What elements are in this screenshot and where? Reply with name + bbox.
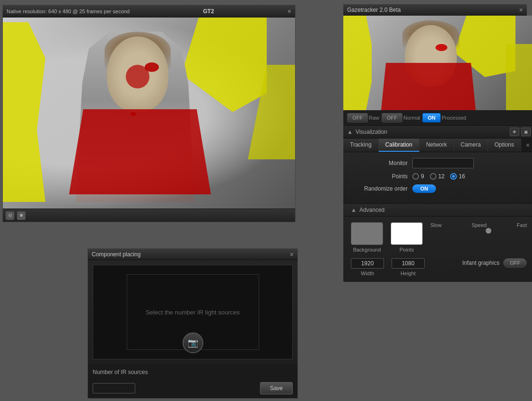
component-placing-window: Component placing × Select the number IR… <box>87 248 298 399</box>
tabs-row: Tracking Calibration Network Camera Opti… <box>343 139 532 152</box>
gt2-window: Native resolution: 640 x 480 @ 25 frames… <box>2 5 296 222</box>
gt2-camera-view <box>3 17 295 209</box>
raw-toggle-button[interactable]: OFF <box>347 113 368 122</box>
points-12-label: 12 <box>438 173 445 180</box>
randomize-label: Randomize order <box>351 185 408 192</box>
speed-container: Slow Speed Fast <box>430 222 527 230</box>
gt2-toolbar: ⚙ ✱ <box>3 209 295 222</box>
gt-cam-red-dot <box>436 44 447 51</box>
camera-scene <box>3 17 295 209</box>
toolbar-settings-icon[interactable]: ⚙ <box>6 211 14 220</box>
gazetracker-main: OFF Raw OFF Normal ON Processed ▲ Visual… <box>343 16 532 282</box>
height-label: Height <box>401 270 416 276</box>
dimensions-row: Width Height Infant graphics OFF <box>351 258 527 276</box>
save-button[interactable]: Save <box>260 382 293 394</box>
toolbar-eye-icon[interactable]: ✱ <box>17 211 26 220</box>
randomize-toggle-button[interactable]: ON <box>412 184 436 193</box>
ir-sources-label: Number of IR sources <box>93 369 293 375</box>
component-placing-title: Component placing <box>92 251 140 258</box>
viz-screen-icon[interactable]: ▣ <box>521 128 531 136</box>
monitor-row: Monitor <box>351 158 527 168</box>
monitor-input[interactable] <box>412 158 474 168</box>
points-radio-group: 9 12 16 <box>412 173 465 180</box>
infant-row: Infant graphics OFF <box>462 258 527 268</box>
advanced-label: Advanced <box>359 207 384 213</box>
component-placing-close-button[interactable]: × <box>290 251 294 258</box>
points-row: Points 9 12 1 <box>351 173 527 180</box>
processed-toggle-label: Processed <box>442 115 466 121</box>
tabs-close-button[interactable]: × <box>521 139 532 152</box>
points-swatch-label: Points <box>400 247 414 253</box>
tab-options[interactable]: Options <box>488 139 521 152</box>
gazetracker-close-button[interactable]: × <box>519 7 523 13</box>
visualization-right-icons: ✤ ▣ <box>510 128 531 136</box>
viz-person-icon[interactable]: ✤ <box>510 128 519 136</box>
infant-graphics-label: Infant graphics <box>462 260 499 266</box>
component-preview-area: Select the number IR light sources 📷 <box>93 265 293 359</box>
advanced-row: ▲ Advanced <box>343 203 532 217</box>
component-placing-content: Select the number IR light sources 📷 <box>88 260 297 364</box>
visualization-chevron-icon[interactable]: ▲ <box>347 129 353 135</box>
ir-sources-section: Number of IR sources <box>88 364 297 375</box>
tabs-panel: Tracking Calibration Network Camera Opti… <box>343 138 532 282</box>
gazetracker-body: OFF Raw OFF Normal ON Processed ▲ Visual… <box>343 16 527 282</box>
tab-camera[interactable]: Camera <box>454 139 488 152</box>
tab-tracking[interactable]: Tracking <box>343 139 379 152</box>
speed-slider-thumb[interactable] <box>486 228 491 234</box>
tab-network[interactable]: Network <box>419 139 454 152</box>
gazetracker-titlebar: Gazetracker 2.0 Beta × <box>343 4 527 16</box>
points-12-item[interactable]: 12 <box>430 173 445 180</box>
yellow-area-left <box>3 22 45 202</box>
points-9-label: 9 <box>421 173 424 180</box>
points-label: Points <box>351 173 408 180</box>
randomize-row: Randomize order ON <box>351 184 527 193</box>
points-16-label: 16 <box>459 173 465 180</box>
speed-row: Slow Speed Fast <box>430 222 527 228</box>
red-area-clothing <box>69 109 211 194</box>
speed-center-label: Speed <box>445 222 514 228</box>
gt-visualization-bar: ▲ Visualization ✤ ▣ <box>343 125 532 138</box>
gt-camera-preview <box>343 16 532 110</box>
points-16-radio[interactable] <box>450 173 457 180</box>
infant-graphics-toggle[interactable]: OFF <box>503 258 527 268</box>
background-swatch-label: Background <box>353 247 381 253</box>
red-area-shoulder <box>126 65 149 88</box>
color-row: Background Points Slow Speed Fast <box>351 222 527 253</box>
visualization-label: Visualization <box>356 129 387 135</box>
ir-sources-input[interactable] <box>93 383 135 393</box>
gt-cam-yellow-left <box>343 16 372 110</box>
processed-toggle-button[interactable]: ON <box>422 113 441 122</box>
speed-slow-label: Slow <box>430 222 442 228</box>
background-color-swatch[interactable] <box>351 222 383 245</box>
width-group: Width <box>351 258 384 276</box>
width-label: Width <box>361 270 374 276</box>
points-9-item[interactable]: 9 <box>412 173 424 180</box>
points-16-item[interactable]: 16 <box>450 173 465 180</box>
tab-calibration[interactable]: Calibration <box>379 139 419 152</box>
gt-view-toggles: OFF Raw OFF Normal ON Processed <box>343 110 532 125</box>
gt2-close-button[interactable]: × <box>288 8 291 15</box>
advanced-content: Background Points Slow Speed Fast <box>343 217 532 282</box>
component-camera-button[interactable]: 📷 <box>183 332 203 353</box>
advanced-chevron-icon[interactable]: ▲ <box>351 207 357 213</box>
points-12-radio[interactable] <box>430 173 436 180</box>
infant-graphics-group: Infant graphics OFF <box>462 258 527 268</box>
calibration-content: Monitor Points 9 12 <box>343 152 532 203</box>
component-placing-bottom-row: Save <box>88 378 297 398</box>
normal-toggle-label: Normal <box>403 115 420 121</box>
gazetracker-window: Gazetracker 2.0 Beta × OFF Raw OFF Norma… <box>343 4 527 282</box>
raw-toggle-label: Raw <box>369 115 379 121</box>
gazetracker-title: Gazetracker 2.0 Beta <box>347 7 401 13</box>
gt-cam-yellow-right <box>506 44 532 110</box>
component-preview-text: Select the number IR light sources <box>146 309 240 316</box>
normal-toggle-button[interactable]: OFF <box>382 113 402 122</box>
speed-fast-label: Fast <box>517 222 527 228</box>
gt-cam-red-clothing <box>381 63 476 110</box>
gt2-titlebar: Native resolution: 640 x 480 @ 25 frames… <box>3 5 295 17</box>
points-9-radio[interactable] <box>412 173 419 180</box>
width-input[interactable] <box>351 258 384 269</box>
monitor-label: Monitor <box>351 160 408 166</box>
height-input[interactable] <box>392 258 425 269</box>
points-color-swatch[interactable] <box>391 222 423 245</box>
component-placing-titlebar: Component placing × <box>88 249 297 260</box>
